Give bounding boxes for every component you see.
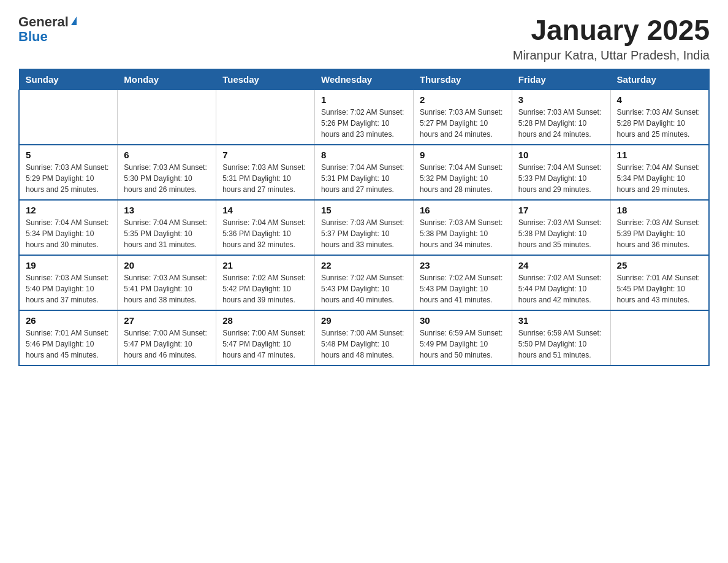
calendar-cell: 11Sunrise: 7:04 AM Sunset: 5:34 PM Dayli… — [610, 145, 709, 200]
calendar-cell: 13Sunrise: 7:04 AM Sunset: 5:35 PM Dayli… — [118, 200, 216, 255]
day-number: 11 — [617, 150, 702, 160]
calendar-cell: 12Sunrise: 7:04 AM Sunset: 5:34 PM Dayli… — [19, 200, 118, 255]
calendar-cell: 15Sunrise: 7:03 AM Sunset: 5:37 PM Dayli… — [315, 200, 414, 255]
day-number: 28 — [222, 315, 308, 326]
calendar-cell — [216, 90, 315, 145]
logo: General Blue — [18, 15, 77, 44]
day-number: 26 — [26, 315, 111, 326]
day-number: 21 — [222, 260, 308, 270]
day-info: Sunrise: 7:04 AM Sunset: 5:32 PM Dayligh… — [420, 162, 506, 195]
calendar-cell: 9Sunrise: 7:04 AM Sunset: 5:32 PM Daylig… — [413, 145, 512, 200]
logo-triangle-icon — [71, 17, 77, 25]
day-number: 5 — [26, 150, 111, 160]
day-header-tuesday: Tuesday — [216, 69, 315, 90]
day-number: 12 — [26, 205, 111, 215]
day-info: Sunrise: 7:02 AM Sunset: 5:44 PM Dayligh… — [518, 272, 604, 305]
day-info: Sunrise: 7:03 AM Sunset: 5:28 PM Dayligh… — [518, 107, 604, 140]
day-info: Sunrise: 7:00 AM Sunset: 5:47 PM Dayligh… — [124, 327, 210, 361]
calendar-cell: 3Sunrise: 7:03 AM Sunset: 5:28 PM Daylig… — [512, 90, 610, 145]
calendar-cell: 20Sunrise: 7:03 AM Sunset: 5:41 PM Dayli… — [118, 255, 216, 310]
day-info: Sunrise: 7:01 AM Sunset: 5:45 PM Dayligh… — [617, 272, 702, 305]
day-info: Sunrise: 7:03 AM Sunset: 5:38 PM Dayligh… — [420, 217, 506, 250]
week-row-5: 26Sunrise: 7:01 AM Sunset: 5:46 PM Dayli… — [19, 310, 709, 366]
day-info: Sunrise: 7:02 AM Sunset: 5:43 PM Dayligh… — [420, 272, 506, 305]
day-number: 30 — [420, 315, 506, 326]
day-number: 13 — [124, 205, 210, 215]
day-info: Sunrise: 7:04 AM Sunset: 5:31 PM Dayligh… — [321, 162, 407, 195]
day-info: Sunrise: 7:04 AM Sunset: 5:34 PM Dayligh… — [26, 217, 111, 250]
day-number: 1 — [321, 94, 407, 105]
day-info: Sunrise: 7:04 AM Sunset: 5:34 PM Dayligh… — [617, 162, 702, 195]
calendar-title-block: January 2025 Miranpur Katra, Uttar Prade… — [513, 15, 710, 63]
day-info: Sunrise: 7:03 AM Sunset: 5:40 PM Dayligh… — [26, 272, 111, 305]
day-number: 8 — [321, 150, 407, 160]
day-info: Sunrise: 7:02 AM Sunset: 5:43 PM Dayligh… — [321, 272, 407, 305]
day-header-saturday: Saturday — [610, 69, 709, 90]
day-info: Sunrise: 7:00 AM Sunset: 5:47 PM Dayligh… — [222, 327, 308, 361]
calendar-cell: 28Sunrise: 7:00 AM Sunset: 5:47 PM Dayli… — [216, 310, 315, 366]
day-number: 9 — [420, 150, 506, 160]
calendar-cell: 17Sunrise: 7:03 AM Sunset: 5:38 PM Dayli… — [512, 200, 610, 255]
day-info: Sunrise: 6:59 AM Sunset: 5:50 PM Dayligh… — [518, 327, 604, 361]
calendar-cell: 19Sunrise: 7:03 AM Sunset: 5:40 PM Dayli… — [19, 255, 118, 310]
logo-general-text: General — [18, 14, 69, 29]
day-info: Sunrise: 7:03 AM Sunset: 5:30 PM Dayligh… — [124, 162, 210, 195]
calendar-cell: 16Sunrise: 7:03 AM Sunset: 5:38 PM Dayli… — [413, 200, 512, 255]
calendar-cell: 5Sunrise: 7:03 AM Sunset: 5:29 PM Daylig… — [19, 145, 118, 200]
day-number: 19 — [26, 260, 111, 270]
calendar-cell — [19, 90, 118, 145]
calendar-cell: 24Sunrise: 7:02 AM Sunset: 5:44 PM Dayli… — [512, 255, 610, 310]
day-number: 20 — [124, 260, 210, 270]
day-number: 23 — [420, 260, 506, 270]
calendar-body: 1Sunrise: 7:02 AM Sunset: 5:26 PM Daylig… — [19, 90, 709, 366]
calendar-subtitle: Miranpur Katra, Uttar Pradesh, India — [513, 48, 710, 63]
day-header-thursday: Thursday — [413, 69, 512, 90]
week-row-1: 1Sunrise: 7:02 AM Sunset: 5:26 PM Daylig… — [19, 90, 709, 145]
day-info: Sunrise: 7:04 AM Sunset: 5:35 PM Dayligh… — [124, 217, 210, 250]
calendar-cell: 21Sunrise: 7:02 AM Sunset: 5:42 PM Dayli… — [216, 255, 315, 310]
calendar-cell: 6Sunrise: 7:03 AM Sunset: 5:30 PM Daylig… — [118, 145, 216, 200]
page-header: General Blue January 2025 Miranpur Katra… — [18, 15, 710, 63]
week-row-3: 12Sunrise: 7:04 AM Sunset: 5:34 PM Dayli… — [19, 200, 709, 255]
calendar-cell: 4Sunrise: 7:03 AM Sunset: 5:28 PM Daylig… — [610, 90, 709, 145]
week-row-4: 19Sunrise: 7:03 AM Sunset: 5:40 PM Dayli… — [19, 255, 709, 310]
logo-blue-text: Blue — [18, 29, 77, 44]
calendar-title: January 2025 — [513, 15, 710, 46]
day-header-friday: Friday — [512, 69, 610, 90]
calendar-cell: 7Sunrise: 7:03 AM Sunset: 5:31 PM Daylig… — [216, 145, 315, 200]
day-number: 31 — [518, 315, 604, 326]
day-info: Sunrise: 7:00 AM Sunset: 5:48 PM Dayligh… — [321, 327, 407, 361]
week-row-2: 5Sunrise: 7:03 AM Sunset: 5:29 PM Daylig… — [19, 145, 709, 200]
day-info: Sunrise: 7:03 AM Sunset: 5:39 PM Dayligh… — [617, 217, 702, 250]
day-number: 3 — [518, 94, 604, 105]
day-number: 16 — [420, 205, 506, 215]
calendar-cell: 22Sunrise: 7:02 AM Sunset: 5:43 PM Dayli… — [315, 255, 414, 310]
day-info: Sunrise: 7:01 AM Sunset: 5:46 PM Dayligh… — [26, 327, 111, 361]
day-number: 10 — [518, 150, 604, 160]
day-number: 17 — [518, 205, 604, 215]
calendar-cell: 25Sunrise: 7:01 AM Sunset: 5:45 PM Dayli… — [610, 255, 709, 310]
day-number: 15 — [321, 205, 407, 215]
day-header-wednesday: Wednesday — [315, 69, 414, 90]
day-number: 24 — [518, 260, 604, 270]
calendar-cell: 10Sunrise: 7:04 AM Sunset: 5:33 PM Dayli… — [512, 145, 610, 200]
calendar-cell: 27Sunrise: 7:00 AM Sunset: 5:47 PM Dayli… — [118, 310, 216, 366]
day-header-sunday: Sunday — [19, 69, 118, 90]
calendar-cell: 8Sunrise: 7:04 AM Sunset: 5:31 PM Daylig… — [315, 145, 414, 200]
calendar-header: SundayMondayTuesdayWednesdayThursdayFrid… — [19, 69, 709, 90]
day-info: Sunrise: 7:03 AM Sunset: 5:28 PM Dayligh… — [617, 107, 702, 140]
day-info: Sunrise: 7:03 AM Sunset: 5:31 PM Dayligh… — [222, 162, 308, 195]
calendar-cell — [610, 310, 709, 366]
day-number: 29 — [321, 315, 407, 326]
day-number: 22 — [321, 260, 407, 270]
day-info: Sunrise: 7:04 AM Sunset: 5:33 PM Dayligh… — [518, 162, 604, 195]
day-info: Sunrise: 7:03 AM Sunset: 5:27 PM Dayligh… — [420, 107, 506, 140]
calendar-cell: 26Sunrise: 7:01 AM Sunset: 5:46 PM Dayli… — [19, 310, 118, 366]
calendar-cell: 2Sunrise: 7:03 AM Sunset: 5:27 PM Daylig… — [413, 90, 512, 145]
calendar-cell: 31Sunrise: 6:59 AM Sunset: 5:50 PM Dayli… — [512, 310, 610, 366]
day-info: Sunrise: 7:02 AM Sunset: 5:42 PM Dayligh… — [222, 272, 308, 305]
day-info: Sunrise: 7:03 AM Sunset: 5:37 PM Dayligh… — [321, 217, 407, 250]
day-number: 25 — [617, 260, 702, 270]
day-info: Sunrise: 7:02 AM Sunset: 5:26 PM Dayligh… — [321, 107, 407, 140]
day-number: 27 — [124, 315, 210, 326]
